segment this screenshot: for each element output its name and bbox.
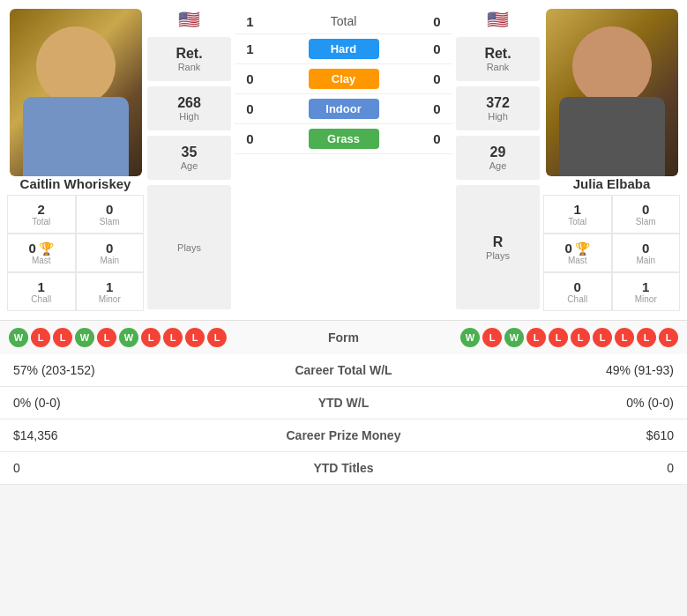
right-high-label: High <box>456 111 540 122</box>
left-main-label: Main <box>78 256 142 265</box>
form-badge-right: L <box>549 328 568 347</box>
score-hard-row: 1 Hard 0 <box>235 34 452 64</box>
left-minor-cell: 1 Minor <box>76 272 145 311</box>
score-indoor-right: 0 <box>422 101 452 116</box>
form-badge-left: L <box>31 328 50 347</box>
right-mast-cell: 0 🏆 Mast <box>543 234 612 272</box>
left-trophy-icon: 🏆 <box>39 241 54 256</box>
stat-center-label: Career Prize Money <box>229 419 459 452</box>
form-badge-right: L <box>637 328 656 347</box>
score-total-left: 1 <box>235 14 265 29</box>
right-total-value: 1 <box>546 202 609 217</box>
form-label: Form <box>291 330 397 345</box>
stat-right-val: 0% (0-0) <box>458 387 687 419</box>
right-ret-rank-box: Ret. Rank <box>456 37 540 81</box>
form-badge-right: L <box>593 328 612 347</box>
left-total-value: 2 <box>10 202 73 217</box>
stat-left-val: 0% (0-0) <box>0 387 229 419</box>
right-rank-label: Rank <box>456 62 540 72</box>
score-total-label: Total <box>331 14 357 28</box>
indoor-badge: Indoor <box>309 99 379 119</box>
left-rank-value: Ret. <box>147 46 231 62</box>
stat-right-val: $610 <box>458 419 687 452</box>
right-high-value: 372 <box>456 95 540 111</box>
right-minor-cell: 1 Minor <box>612 272 681 311</box>
right-player-photo <box>546 9 678 176</box>
left-age-value: 35 <box>147 145 231 160</box>
clay-badge: Clay <box>309 69 379 89</box>
form-badge-left: L <box>97 328 116 347</box>
left-player-name: Caitlin Whoriskey <box>20 176 131 191</box>
stat-left-val: 0 <box>0 452 229 485</box>
stat-center-label: YTD W/L <box>229 387 459 419</box>
left-plays-label: Plays <box>177 242 201 253</box>
form-badge-left: L <box>185 328 205 347</box>
form-badges-left: WLLWLWLLLL <box>9 328 287 347</box>
right-slam-cell: 0 Slam <box>612 195 681 234</box>
left-high-box: 268 High <box>147 86 231 130</box>
form-badge-right: L <box>526 328 546 347</box>
left-high-label: High <box>147 111 231 122</box>
left-slam-value: 0 <box>78 202 142 217</box>
form-badge-left: W <box>9 328 28 347</box>
left-chall-value: 1 <box>10 279 73 294</box>
right-flag: 🇺🇸 <box>456 9 540 30</box>
form-badge-left: L <box>53 328 72 347</box>
right-plays-box: R Plays <box>456 185 540 309</box>
left-stat-row-2: 0 🏆 Mast 0 Main <box>7 234 144 272</box>
left-slam-label: Slam <box>78 217 142 226</box>
left-ret-rank-box: Ret. Rank <box>147 37 231 81</box>
right-stat-row-1: 1 Total 0 Slam <box>543 195 680 234</box>
form-badge-right: L <box>571 328 590 347</box>
stat-left-val: 57% (203-152) <box>0 354 229 387</box>
form-badge-left: L <box>141 328 161 347</box>
left-rank-label: Rank <box>147 62 231 72</box>
left-minor-value: 1 <box>78 279 142 294</box>
right-main-cell: 0 Main <box>612 234 681 272</box>
left-age-label: Age <box>147 160 231 171</box>
form-badges-right: WLWLLLLLLL <box>400 328 679 347</box>
right-main-value: 0 <box>615 241 678 256</box>
score-total-row: 1 Total 0 <box>235 9 452 34</box>
right-chall-value: 0 <box>546 279 609 294</box>
right-trophy-icon: 🏆 <box>575 241 590 256</box>
stats-table-row: $14,356 Career Prize Money $610 <box>0 419 687 452</box>
form-section: WLLWLWLLLL Form WLWLLLLLLL <box>0 320 687 354</box>
score-grass-row: 0 Grass 0 <box>235 124 452 154</box>
right-total-label: Total <box>546 217 609 226</box>
form-badge-right: L <box>615 328 634 347</box>
right-rank-value: Ret. <box>456 46 540 62</box>
stats-table-row: 0% (0-0) YTD W/L 0% (0-0) <box>0 387 687 419</box>
right-chall-label: Chall <box>546 294 609 304</box>
score-indoor-row: 0 Indoor 0 <box>235 94 452 124</box>
form-badge-left: L <box>207 328 227 347</box>
form-badge-left: W <box>119 328 138 347</box>
left-mast-label: Mast <box>10 256 73 265</box>
left-main-value: 0 <box>78 241 142 256</box>
right-age-box: 29 Age <box>456 136 540 180</box>
stat-right-val: 0 <box>458 452 687 485</box>
stat-center-label: YTD Titles <box>229 452 459 485</box>
right-chall-cell: 0 Chall <box>543 272 612 311</box>
stats-table-row: 0 YTD Titles 0 <box>0 452 687 485</box>
stat-left-val: $14,356 <box>0 419 229 452</box>
left-flag: 🇺🇸 <box>147 9 231 30</box>
right-player-col: Julia Elbaba 1 Total 0 Slam 0 🏆 Mast <box>543 9 680 311</box>
score-grass-right: 0 <box>422 131 452 146</box>
right-minor-value: 1 <box>615 279 678 294</box>
center-scores-col: 1 Total 0 1 Hard 0 0 Clay 0 <box>235 9 452 311</box>
left-total-cell: 2 Total <box>7 195 76 234</box>
score-clay-right: 0 <box>422 71 452 86</box>
left-main-cell: 0 Main <box>76 234 145 272</box>
left-slam-cell: 0 Slam <box>76 195 145 234</box>
right-age-value: 29 <box>456 145 540 160</box>
score-hard-left: 1 <box>235 41 265 56</box>
form-badge-right: L <box>482 328 502 347</box>
right-main-label: Main <box>615 256 678 265</box>
hard-badge: Hard <box>309 39 379 59</box>
score-clay-row: 0 Clay 0 <box>235 64 452 94</box>
stat-center-label: Career Total W/L <box>229 354 459 387</box>
right-total-cell: 1 Total <box>543 195 612 234</box>
score-clay-left: 0 <box>235 71 265 86</box>
right-slam-label: Slam <box>615 217 678 226</box>
